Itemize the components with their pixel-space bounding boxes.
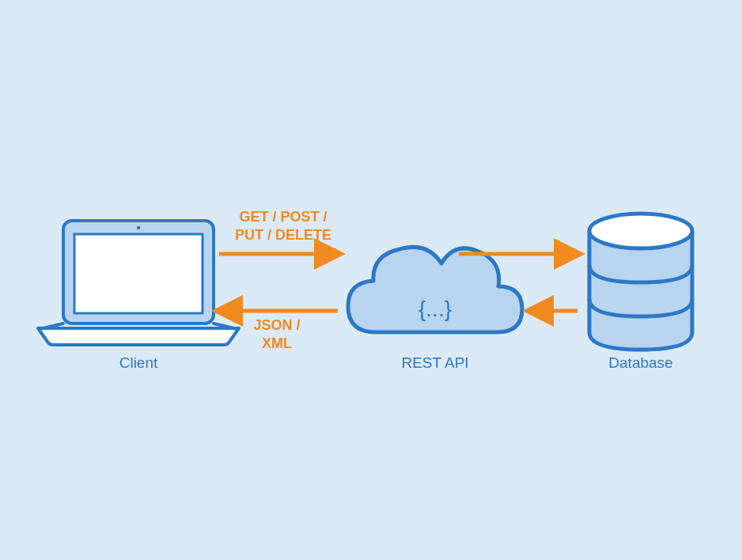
laptop-icon (38, 221, 239, 345)
database-label: Database (597, 354, 684, 372)
cloud-icon: {...} (348, 247, 522, 332)
diagram-svg: {...} (0, 0, 742, 560)
client-label: Client (95, 354, 182, 372)
response-label-line2: XML (262, 335, 292, 351)
svg-point-5 (589, 214, 692, 248)
request-methods-label: GET / POST / PUT / DELETE (220, 208, 346, 244)
request-label-line2: PUT / DELETE (235, 227, 331, 243)
database-icon (589, 214, 692, 350)
cloud-braces-text: {...} (418, 297, 452, 321)
request-label-line1: GET / POST / (239, 209, 327, 225)
rest-api-diagram: {...} GET / POST / PUT / DELETE (0, 0, 742, 560)
response-label-line1: JSON / (253, 317, 300, 333)
response-format-label: JSON / XML (237, 316, 316, 352)
api-label: REST API (392, 354, 479, 372)
svg-point-2 (137, 226, 140, 229)
svg-rect-1 (74, 234, 203, 313)
